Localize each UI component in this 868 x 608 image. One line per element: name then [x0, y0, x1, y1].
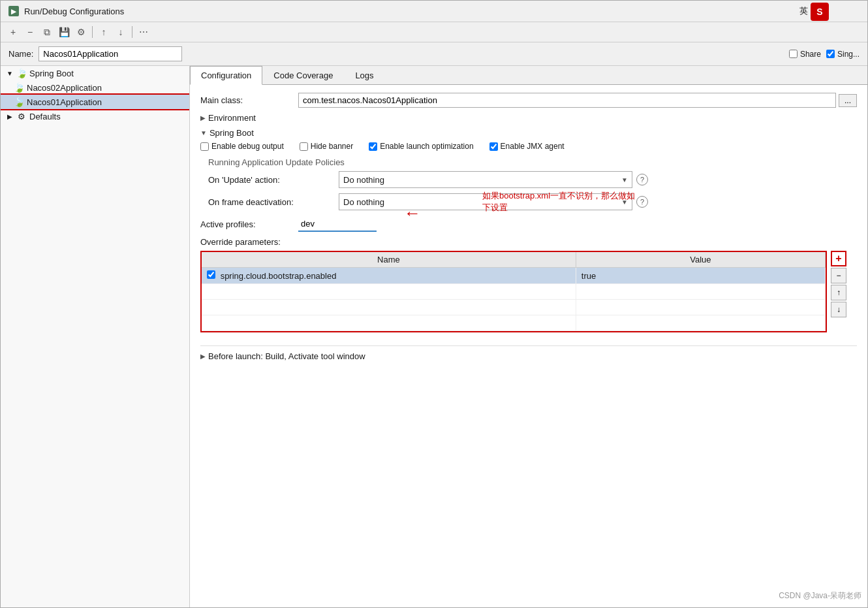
add-param-button[interactable]: + — [831, 251, 846, 266]
params-table: Name Value spring.cloud.bootstrap.enable… — [202, 252, 826, 331]
app-icon: ▶ — [8, 6, 19, 16]
lang-indicator: 英 — [799, 5, 808, 17]
add-config-button[interactable]: + — [6, 25, 20, 39]
tab-configuration[interactable]: Configuration — [190, 66, 262, 85]
active-profiles-row: Active profiles: — [200, 217, 857, 232]
active-profiles-input[interactable] — [298, 217, 377, 232]
share-checkbox[interactable] — [789, 50, 798, 58]
main-class-row: Main class: ... — [200, 93, 857, 108]
on-update-dropdown[interactable]: Do nothing ▼ — [339, 171, 632, 188]
table-row[interactable]: spring.cloud.bootstrap.enabled true — [202, 268, 826, 284]
move-param-down-button[interactable]: ↓ — [831, 302, 846, 317]
sidebar: ▼ 🍃 Spring Boot 🍃 Nacos02Application 🍃 N… — [1, 66, 190, 607]
sidebar-item-nacos01[interactable]: 🍃 Nacos01Application — [1, 95, 189, 109]
on-frame-row: On frame deactivation: Do nothing ▼ ? 如果… — [208, 193, 857, 210]
name-row: Name: Share Sing... — [1, 42, 867, 66]
enable-jmx-checkbox[interactable] — [489, 142, 498, 151]
checkboxes-row: Enable debug output Hide banner Enable l… — [200, 142, 857, 151]
csdn-watermark: CSDN @Java-呆萌老师 — [779, 590, 861, 601]
on-frame-value: Do nothing — [343, 197, 384, 207]
main-content: ▼ 🍃 Spring Boot 🍃 Nacos02Application 🍃 N… — [1, 66, 867, 607]
move-up-button[interactable]: ↑ — [97, 25, 111, 39]
save-config-button[interactable]: 💾 — [57, 25, 71, 39]
more-options-button[interactable]: ⋯ — [136, 25, 151, 39]
hide-banner-label[interactable]: Hide banner — [300, 142, 353, 151]
enable-jmx-label[interactable]: Enable JMX agent — [489, 142, 565, 151]
enable-launch-text: Enable launch optimization — [380, 142, 473, 151]
nacos02-icon: 🍃 — [14, 82, 24, 93]
spring-boot-section-header[interactable]: ▼ Spring Boot — [200, 128, 857, 138]
enable-debug-checkbox[interactable] — [200, 142, 209, 151]
sidebar-item-nacos02[interactable]: 🍃 Nacos02Application — [1, 80, 189, 95]
move-down-button[interactable]: ↓ — [114, 25, 128, 39]
defaults-arrow: ▶ — [6, 112, 14, 120]
hide-banner-text: Hide banner — [311, 142, 353, 151]
table-header-name: Name — [202, 252, 576, 268]
sidebar-label-defaults: Defaults — [29, 112, 61, 121]
browse-button[interactable]: ... — [839, 94, 857, 107]
copy-config-button[interactable]: ⧉ — [40, 25, 54, 39]
params-table-container: Name Value spring.cloud.bootstrap.enable… — [200, 251, 857, 338]
sidebar-item-defaults[interactable]: ▶ ⚙ Defaults — [1, 109, 189, 123]
on-update-dropdown-arrow: ▼ — [621, 176, 628, 184]
window-title: Run/Debug Configurations — [24, 7, 124, 16]
enable-launch-label[interactable]: Enable launch optimization — [369, 142, 473, 151]
environment-section-header[interactable]: ▶ Environment — [200, 113, 857, 123]
table-row-empty-2 — [202, 300, 826, 315]
tab-code-coverage[interactable]: Code Coverage — [262, 66, 344, 85]
sidebar-item-spring-boot-group[interactable]: ▼ 🍃 Spring Boot — [1, 66, 189, 80]
before-launch-header[interactable]: ▶ Before launch: Build, Activate tool wi… — [200, 351, 857, 361]
toolbar-separator-2 — [132, 26, 132, 38]
sidebar-label-nacos02: Nacos02Application — [27, 83, 102, 93]
enable-launch-checkbox[interactable] — [369, 142, 377, 151]
single-instance-checkbox[interactable] — [826, 50, 835, 58]
main-class-input[interactable] — [298, 93, 836, 108]
enable-jmx-text: Enable JMX agent — [501, 142, 565, 151]
name-input[interactable] — [39, 46, 182, 61]
remove-param-button[interactable]: − — [831, 268, 846, 283]
on-update-label: On 'Update' action: — [208, 175, 339, 185]
running-policies-label: Running Application Update Policies — [208, 157, 857, 167]
before-launch-label: Before launch: Build, Activate tool wind… — [208, 351, 365, 361]
on-update-help-icon[interactable]: ? — [636, 174, 648, 185]
enable-debug-label[interactable]: Enable debug output — [200, 142, 284, 151]
row-checkbox[interactable] — [207, 270, 215, 279]
sougou-logo: S — [811, 3, 829, 21]
on-update-row: On 'Update' action: Do nothing ▼ ? — [208, 171, 857, 188]
settings-config-button[interactable]: ⚙ — [74, 25, 88, 39]
table-row-empty-1 — [202, 284, 826, 300]
share-checkbox-label[interactable]: Share — [789, 50, 821, 59]
param-name-text: spring.cloud.bootstrap.enabled — [221, 271, 337, 281]
table-row-empty-3 — [202, 315, 826, 331]
spring-boot-section-label: Spring Boot — [209, 128, 254, 138]
on-update-value: Do nothing — [343, 175, 384, 185]
nacos01-icon: 🍃 — [14, 97, 24, 107]
share-area: Share Sing... — [789, 50, 860, 59]
main-class-label: Main class: — [200, 95, 298, 105]
override-params-label: Override parameters: — [200, 237, 857, 247]
table-cell-value: true — [576, 268, 825, 284]
arrow-pointer-icon: ← — [404, 203, 421, 223]
spring-boot-icon: 🍃 — [16, 68, 27, 78]
sidebar-label-spring-boot: Spring Boot — [29, 69, 74, 78]
table-header-value: Value — [576, 252, 825, 268]
before-launch-arrow-icon: ▶ — [200, 353, 206, 360]
spring-boot-arrow-icon: ▼ — [200, 129, 207, 136]
right-panel: Configuration Code Coverage Logs Main cl… — [190, 66, 867, 607]
remove-config-button[interactable]: − — [23, 25, 37, 39]
tab-logs[interactable]: Logs — [344, 66, 384, 85]
tabs-row: Configuration Code Coverage Logs — [190, 66, 867, 85]
on-frame-label: On frame deactivation: — [208, 197, 339, 207]
environment-arrow-icon: ▶ — [200, 114, 206, 121]
table-cell-name: spring.cloud.bootstrap.enabled — [202, 268, 576, 284]
before-launch-section: ▶ Before launch: Build, Activate tool wi… — [200, 345, 857, 361]
annotation-container: 如果bootstrap.xml一直不识别，那么做如 下设置 ← — [482, 190, 635, 214]
spring-boot-arrow: ▼ — [6, 69, 14, 77]
hide-banner-checkbox[interactable] — [300, 142, 308, 151]
move-param-up-button[interactable]: ↑ — [831, 285, 846, 300]
active-profiles-label: Active profiles: — [200, 219, 298, 229]
defaults-icon: ⚙ — [16, 111, 27, 121]
on-frame-help-icon[interactable]: ? — [636, 196, 648, 208]
table-actions: + − ↑ ↓ — [831, 251, 846, 317]
single-instance-checkbox-label[interactable]: Sing... — [826, 50, 860, 59]
